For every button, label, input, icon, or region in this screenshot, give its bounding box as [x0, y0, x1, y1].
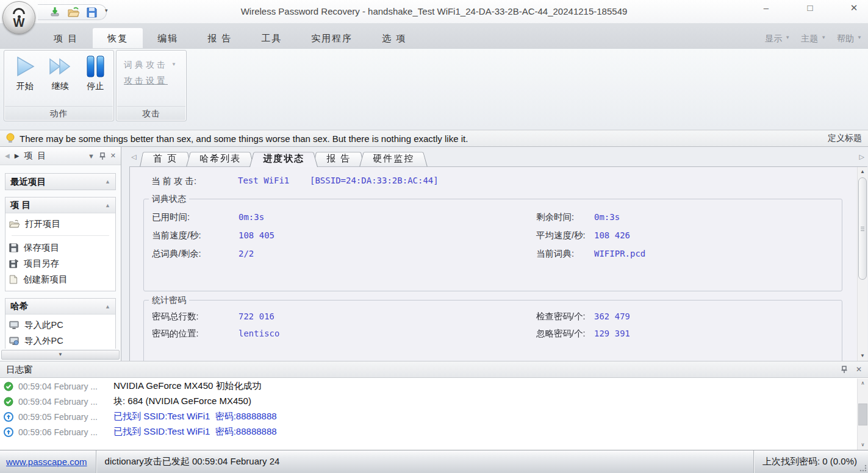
group-attack: 词典攻击 ▼ 攻击设置 攻击 [116, 50, 187, 121]
log-message: 已找到 SSID:Test WiFi1 密码:88888888 [113, 411, 277, 422]
field-label: 已用时间: [152, 212, 190, 223]
sidebar-dropdown-icon[interactable]: ▼ [88, 152, 95, 160]
scroll-down-icon[interactable]: ∨ [858, 440, 868, 450]
success-icon [4, 382, 13, 391]
open-project-icon[interactable] [67, 6, 79, 18]
minimize-button[interactable]: – [757, 2, 775, 13]
dictionary-status-title: 词典状态 [149, 194, 189, 205]
collapse-icon: ▲ [105, 304, 110, 310]
passcape-link[interactable]: www.passcape.com [0, 457, 96, 467]
field-value: 129 391 [594, 329, 630, 338]
resize-grip[interactable] [859, 464, 867, 472]
menu-theme[interactable]: 主题▼ [801, 34, 826, 44]
sidebar-scroll-down-button[interactable]: ▼ [1, 350, 120, 360]
attack-settings-link[interactable]: 攻击设置 [124, 73, 186, 88]
title-bar: Wireless Password Recovery - handshake_T… [0, 0, 868, 23]
tab-progress-status[interactable]: 进度状态 [249, 150, 318, 167]
field-label: 当前词典: [536, 248, 574, 260]
app-logo-button[interactable]: W [2, 1, 35, 34]
content-scrollbar[interactable]: ▲ ▼ [857, 167, 867, 361]
close-button[interactable]: ✕ [845, 2, 863, 13]
ribbon-tab-utilities[interactable]: 实用程序 [296, 28, 367, 48]
scroll-down-icon[interactable]: ▼ [858, 351, 867, 361]
current-attack-value: Test WiFi1 [BSSID=24:DA:33:2B:AC:44] [238, 176, 439, 187]
log-message: 块: 684 (NVIDIA GeForce MX450) [113, 396, 251, 407]
ribbon-tab-project[interactable]: 项 目 [39, 28, 93, 48]
found-passwords-status: 上次找到密码: 0 (0.0%) [754, 456, 868, 468]
log-row[interactable]: 00:59:06 February ... 已找到 SSID:Test WiFi… [0, 424, 857, 439]
window-title: Wireless Password Recovery - handshake_T… [0, 6, 868, 16]
section-recent-projects: 最近项目 ▲ [5, 173, 116, 190]
field-value: 722 016 [239, 311, 274, 321]
continue-button[interactable]: 继续 [45, 55, 76, 92]
sidebar-item-import-local-pc[interactable]: 导入此PC [5, 317, 115, 333]
nav-forward-icon[interactable]: ▶ [15, 152, 20, 159]
sidebar-pin-icon[interactable] [99, 152, 106, 160]
ribbon-tab-report[interactable]: 报 告 [193, 28, 246, 48]
sidebar-item-open-project[interactable]: 打开项目 [5, 216, 115, 232]
sidebar-item-save-project-as[interactable]: 项目另存 [5, 255, 115, 271]
ribbon-tab-row: 项 目 恢复 编辑 报 告 工具 实用程序 选 项 显示▼ 主题▼ 帮助▼ [0, 23, 868, 49]
success-icon [4, 397, 13, 407]
group-label-actions: 动作 [5, 106, 113, 120]
save-project-icon[interactable] [85, 6, 98, 18]
scrollbar-thumb[interactable] [858, 177, 867, 280]
thumb-grip-icon [861, 227, 864, 231]
section-header-hash[interactable]: 哈希 ▲ [5, 299, 115, 315]
tab-scroll-right-icon[interactable]: ▷ [859, 153, 864, 161]
nav-back-icon[interactable]: ◀ [5, 152, 10, 159]
field-value: 2/2 [239, 249, 254, 258]
dictionary-attack-dropdown[interactable]: 词典攻击 ▼ [124, 57, 186, 73]
sidebar-title: 项 目 [24, 151, 47, 162]
define-caption-link[interactable]: 定义标题 [828, 133, 862, 144]
menu-display[interactable]: 显示▼ [765, 34, 790, 44]
field-value: 108 426 [594, 230, 630, 240]
ribbon-tab-recovery[interactable]: 恢复 [93, 28, 143, 48]
fast-forward-icon [48, 55, 73, 77]
scrollbar-thumb[interactable] [858, 404, 867, 425]
tab-report[interactable]: 报 告 [313, 150, 364, 167]
start-button[interactable]: 开始 [9, 55, 41, 92]
status-bar: www.passcape.com dictionary攻击已发起 00:59:0… [0, 450, 868, 473]
stop-button[interactable]: 停止 [79, 55, 111, 92]
log-close-icon[interactable]: ✕ [856, 365, 862, 374]
chevron-down-icon: ▼ [821, 35, 826, 40]
log-list: 00:59:04 February ... NVIDIA GeForce MX4… [0, 379, 857, 450]
section-project: 项 目 ▲ 打开项目 [5, 197, 116, 291]
section-header-project[interactable]: 项 目 ▲ [5, 197, 115, 213]
import-hashes-icon[interactable] [49, 6, 61, 18]
scroll-up-icon[interactable]: ▲ [858, 167, 867, 177]
chevron-down-icon: ▼ [785, 35, 790, 40]
tab-home[interactable]: 首 页 [140, 150, 191, 167]
field-label: 检查密码/个: [536, 311, 586, 322]
log-timestamp: 00:59:06 February ... [18, 427, 109, 437]
sidebar-item-import-remote-pc[interactable]: 导入外PC [5, 333, 115, 349]
sidebar-item-create-new-project[interactable]: 创建新项目 [5, 271, 115, 287]
ribbon-tab-options[interactable]: 选 项 [367, 28, 421, 48]
quick-access-toolbar [38, 4, 107, 20]
log-row[interactable]: 00:59:05 February ... 已找到 SSID:Test WiFi… [0, 409, 857, 424]
dictionary-status-group: 词典状态 已用时间: 0m:3s 剩余时间: 0m:3s 当前速度/秒: 108… [143, 199, 842, 291]
scroll-up-icon[interactable]: ∧ [858, 379, 868, 388]
ribbon-tab-edit[interactable]: 编辑 [143, 28, 193, 48]
pause-icon [85, 55, 106, 77]
menu-help[interactable]: 帮助▼ [837, 34, 862, 44]
ribbon-tab-tools[interactable]: 工具 [246, 28, 296, 48]
sidebar-header: ◀ ▶ 项 目 ▼ ✕ [0, 147, 121, 165]
maximize-button[interactable]: □ [801, 2, 819, 13]
sidebar-close-icon[interactable]: ✕ [110, 152, 116, 160]
tab-hash-list[interactable]: 哈希列表 [186, 150, 254, 167]
log-row[interactable]: 00:59:04 February ... 块: 684 (NVIDIA GeF… [0, 394, 857, 409]
sidebar-item-save-project[interactable]: 保存项目 [5, 240, 115, 255]
tip-of-the-day: There may be some things better than sex… [20, 133, 823, 144]
log-row[interactable]: 00:59:04 February ... NVIDIA GeForce MX4… [0, 379, 857, 394]
field-label: 剩余时间: [536, 212, 574, 223]
qat-customize-arrow-icon[interactable]: ▾ [105, 7, 108, 13]
tab-hardware-monitor[interactable]: 硬件监控 [359, 150, 428, 167]
log-scrollbar[interactable]: ∧ ∨ [857, 379, 868, 450]
section-header-recent[interactable]: 最近项目 ▲ [5, 174, 115, 190]
log-pin-icon[interactable] [841, 366, 847, 373]
log-timestamp: 00:59:04 February ... [18, 382, 109, 391]
log-timestamp: 00:59:05 February ... [18, 412, 109, 422]
tab-scroll-left-icon[interactable]: ◁ [131, 153, 136, 161]
